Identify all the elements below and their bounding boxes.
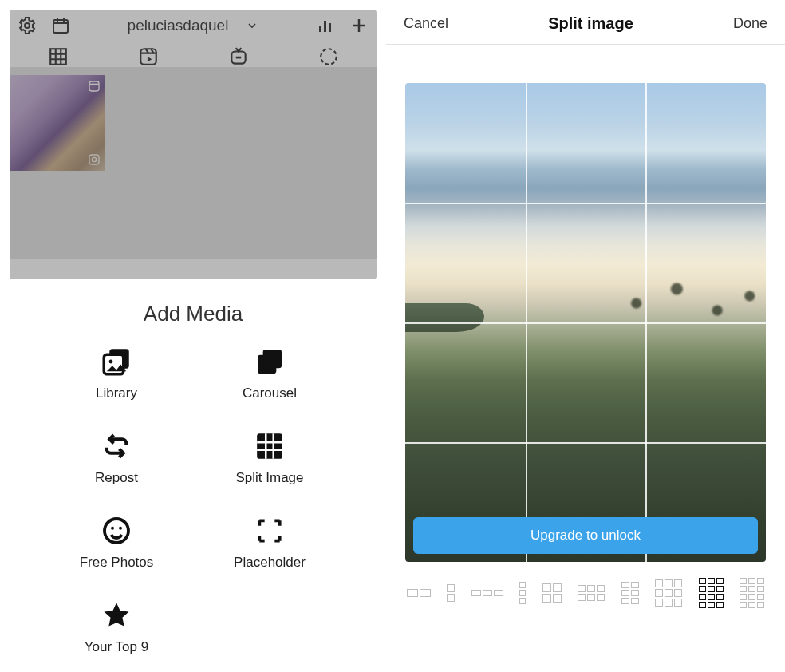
plus-icon[interactable] xyxy=(349,16,369,35)
svg-point-12 xyxy=(97,156,97,157)
layout-option-4x3[interactable] xyxy=(699,578,724,608)
media-option-label: Library xyxy=(96,385,137,401)
media-option-label: Repost xyxy=(95,470,138,486)
layout-option-4x3b[interactable] xyxy=(740,578,764,608)
tab-igtv[interactable] xyxy=(228,46,249,67)
layout-options-row xyxy=(386,562,785,608)
layout-option-2x2[interactable] xyxy=(542,583,562,603)
profile-area-dimmed: peluciasdaquel xyxy=(10,10,377,279)
media-option-carousel[interactable]: Carousel xyxy=(193,344,346,401)
svg-rect-6 xyxy=(140,49,156,65)
svg-rect-9 xyxy=(89,81,99,91)
media-option-label: Split Image xyxy=(235,470,303,486)
right-pane: Cancel Split image Done Upgrade to unloc… xyxy=(386,0,785,672)
svg-rect-18 xyxy=(257,433,282,459)
chevron-down-icon xyxy=(246,19,258,32)
reel-badge-icon xyxy=(88,80,101,93)
svg-rect-3 xyxy=(324,21,326,32)
svg-rect-1 xyxy=(53,20,68,33)
media-option-library[interactable]: Library xyxy=(40,344,193,401)
layout-option-2x3[interactable] xyxy=(578,585,605,601)
preview-image xyxy=(405,83,766,562)
layout-option-3x1[interactable] xyxy=(519,582,526,604)
media-option-label: Free Photos xyxy=(80,555,154,571)
add-media-title: Add Media xyxy=(0,302,386,326)
done-button[interactable]: Done xyxy=(733,15,767,32)
repost-icon xyxy=(99,429,134,464)
svg-rect-4 xyxy=(329,23,331,32)
tab-story[interactable] xyxy=(318,46,339,67)
layout-option-3x3[interactable] xyxy=(655,579,682,607)
page-title: Split image xyxy=(548,14,633,33)
profile-tabs xyxy=(10,40,377,67)
layout-option-3x2[interactable] xyxy=(621,582,639,604)
username-dropdown[interactable]: peluciasdaquel xyxy=(128,17,259,34)
calendar-icon[interactable] xyxy=(51,16,70,35)
svg-point-21 xyxy=(119,527,122,530)
svg-point-20 xyxy=(111,527,114,530)
split-image-header: Cancel Split image Done xyxy=(386,0,785,45)
analytics-icon[interactable] xyxy=(316,16,335,35)
media-option-free-photos[interactable]: Free Photos xyxy=(40,513,193,571)
layout-option-2x1[interactable] xyxy=(447,584,455,602)
add-media-grid: Library Carousel Repost Split Image Free… xyxy=(0,344,386,655)
svg-point-15 xyxy=(109,360,113,364)
layout-option-1x3[interactable] xyxy=(471,590,503,596)
free-photos-icon xyxy=(99,513,134,548)
placeholder-icon xyxy=(252,513,287,548)
split-preview[interactable]: Upgrade to unlock xyxy=(405,83,766,562)
media-option-label: Carousel xyxy=(243,385,297,401)
svg-rect-2 xyxy=(319,26,321,32)
upgrade-button[interactable]: Upgrade to unlock xyxy=(413,517,758,554)
tab-grid[interactable] xyxy=(48,46,69,67)
media-option-split-image[interactable]: Split Image xyxy=(193,429,346,486)
layout-option-1x2[interactable] xyxy=(407,589,431,597)
instagram-badge-icon xyxy=(88,153,101,166)
svg-rect-5 xyxy=(50,49,66,65)
media-option-repost[interactable]: Repost xyxy=(40,429,193,486)
media-option-placeholder[interactable]: Placeholder xyxy=(193,513,346,571)
media-option-label: Placeholder xyxy=(234,555,306,571)
star-icon xyxy=(99,598,134,633)
tab-reels[interactable] xyxy=(138,46,159,67)
split-image-icon xyxy=(252,429,287,464)
svg-point-11 xyxy=(92,157,96,161)
cancel-button[interactable]: Cancel xyxy=(404,15,448,32)
library-icon xyxy=(99,344,134,379)
svg-point-8 xyxy=(321,49,337,65)
svg-point-0 xyxy=(25,23,30,28)
feed-grid xyxy=(10,67,377,259)
username-label: peluciasdaquel xyxy=(128,17,229,34)
media-option-label: Your Top 9 xyxy=(85,639,148,655)
svg-rect-17 xyxy=(258,355,276,374)
post-thumbnail[interactable] xyxy=(10,75,105,171)
top-bar: peluciasdaquel xyxy=(10,10,377,40)
svg-rect-10 xyxy=(89,155,99,164)
carousel-icon xyxy=(252,344,287,379)
settings-icon[interactable] xyxy=(18,16,37,35)
left-pane: peluciasdaquel xyxy=(0,0,386,672)
media-option-your-top-9[interactable]: Your Top 9 xyxy=(40,598,193,655)
